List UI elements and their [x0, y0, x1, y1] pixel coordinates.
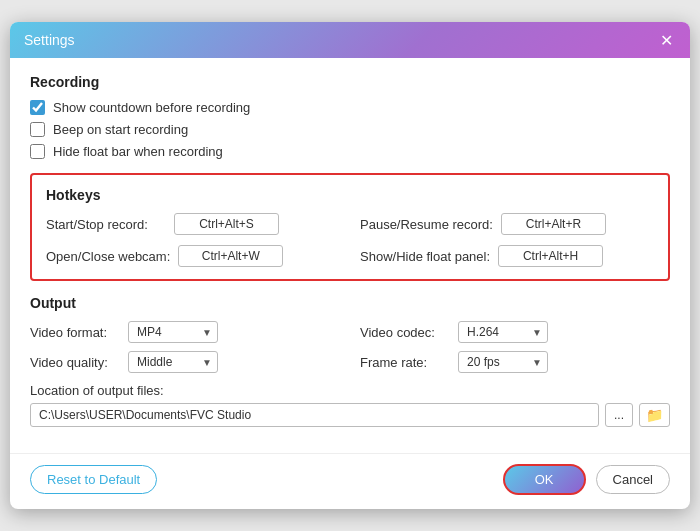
- float-panel-input[interactable]: [498, 245, 603, 267]
- beep-label: Beep on start recording: [53, 122, 188, 137]
- video-quality-label: Video quality:: [30, 355, 120, 370]
- hotkeys-section: Hotkeys Start/Stop record: Pause/Resume …: [30, 173, 670, 281]
- video-codec-select[interactable]: H.264H.265VP9: [458, 321, 548, 343]
- frame-rate-label: Frame rate:: [360, 355, 450, 370]
- hotkeys-grid: Start/Stop record: Pause/Resume record: …: [46, 213, 654, 267]
- video-quality-row: Video quality: LowMiddleHighOriginal ▼: [30, 351, 340, 373]
- folder-icon: 📁: [646, 407, 663, 423]
- settings-dialog: Settings ✕ Recording Show countdown befo…: [10, 22, 690, 509]
- countdown-checkbox[interactable]: [30, 100, 45, 115]
- hotkey-webcam: Open/Close webcam:: [46, 245, 340, 267]
- video-format-select-wrapper: MP4AVIMOVWMV ▼: [128, 321, 218, 343]
- video-format-row: Video format: MP4AVIMOVWMV ▼: [30, 321, 340, 343]
- hide-float-label: Hide float bar when recording: [53, 144, 223, 159]
- output-title: Output: [30, 295, 670, 311]
- recording-title: Recording: [30, 74, 670, 90]
- video-codec-select-wrapper: H.264H.265VP9 ▼: [458, 321, 548, 343]
- float-panel-label: Show/Hide float panel:: [360, 249, 490, 264]
- hotkeys-title: Hotkeys: [46, 187, 654, 203]
- webcam-label: Open/Close webcam:: [46, 249, 170, 264]
- hide-float-checkbox[interactable]: [30, 144, 45, 159]
- hotkey-float-panel: Show/Hide float panel:: [360, 245, 654, 267]
- footer: Reset to Default OK Cancel: [10, 453, 690, 509]
- countdown-label: Show countdown before recording: [53, 100, 250, 115]
- pause-resume-label: Pause/Resume record:: [360, 217, 493, 232]
- output-grid: Video format: MP4AVIMOVWMV ▼ Video codec…: [30, 321, 670, 373]
- dialog-title: Settings: [24, 32, 75, 48]
- hotkey-start-stop: Start/Stop record:: [46, 213, 340, 235]
- close-button[interactable]: ✕: [656, 30, 676, 50]
- video-codec-row: Video codec: H.264H.265VP9 ▼: [360, 321, 670, 343]
- frame-rate-select-wrapper: 15 fps20 fps24 fps30 fps60 fps ▼: [458, 351, 548, 373]
- location-label: Location of output files:: [30, 383, 670, 398]
- video-quality-select-wrapper: LowMiddleHighOriginal ▼: [128, 351, 218, 373]
- video-codec-label: Video codec:: [360, 325, 450, 340]
- beep-checkbox[interactable]: [30, 122, 45, 137]
- checkbox-row-3: Hide float bar when recording: [30, 144, 670, 159]
- checkbox-row-1: Show countdown before recording: [30, 100, 670, 115]
- video-quality-select[interactable]: LowMiddleHighOriginal: [128, 351, 218, 373]
- hotkey-pause-resume: Pause/Resume record:: [360, 213, 654, 235]
- ok-button[interactable]: OK: [503, 464, 586, 495]
- location-input[interactable]: [30, 403, 599, 427]
- title-bar: Settings ✕: [10, 22, 690, 58]
- footer-right: OK Cancel: [503, 464, 670, 495]
- dots-button[interactable]: ...: [605, 403, 633, 427]
- output-section: Output Video format: MP4AVIMOVWMV ▼ Vide…: [30, 295, 670, 427]
- reset-button[interactable]: Reset to Default: [30, 465, 157, 494]
- webcam-input[interactable]: [178, 245, 283, 267]
- cancel-button[interactable]: Cancel: [596, 465, 670, 494]
- start-stop-input[interactable]: [174, 213, 279, 235]
- location-row: ... 📁: [30, 403, 670, 427]
- folder-button[interactable]: 📁: [639, 403, 670, 427]
- frame-rate-row: Frame rate: 15 fps20 fps24 fps30 fps60 f…: [360, 351, 670, 373]
- frame-rate-select[interactable]: 15 fps20 fps24 fps30 fps60 fps: [458, 351, 548, 373]
- video-format-label: Video format:: [30, 325, 120, 340]
- start-stop-label: Start/Stop record:: [46, 217, 166, 232]
- video-format-select[interactable]: MP4AVIMOVWMV: [128, 321, 218, 343]
- dialog-content: Recording Show countdown before recordin…: [10, 58, 690, 453]
- recording-section: Recording Show countdown before recordin…: [30, 74, 670, 159]
- checkbox-row-2: Beep on start recording: [30, 122, 670, 137]
- pause-resume-input[interactable]: [501, 213, 606, 235]
